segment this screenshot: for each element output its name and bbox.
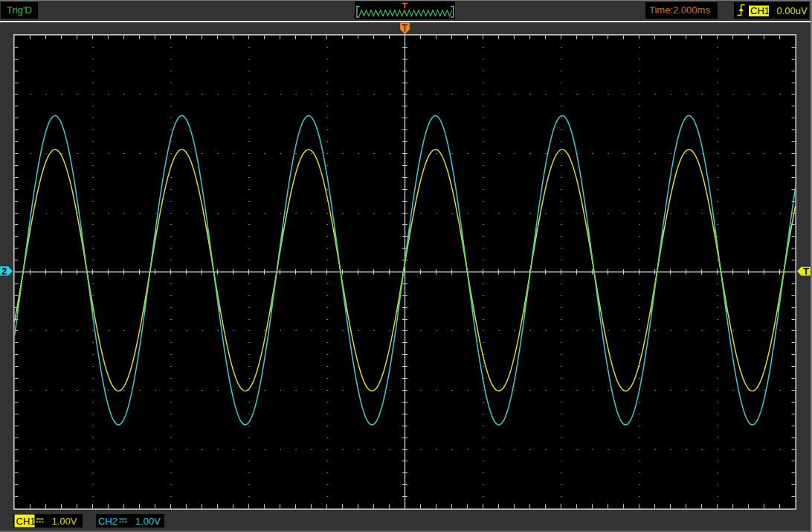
svg-text:1.00V: 1.00V <box>52 516 77 527</box>
svg-text:1.00V: 1.00V <box>135 516 161 527</box>
svg-text:T: T <box>803 266 809 277</box>
svg-text:CH2: CH2 <box>98 516 117 527</box>
svg-text:2: 2 <box>1 266 7 277</box>
svg-text:CH1: CH1 <box>16 516 36 527</box>
